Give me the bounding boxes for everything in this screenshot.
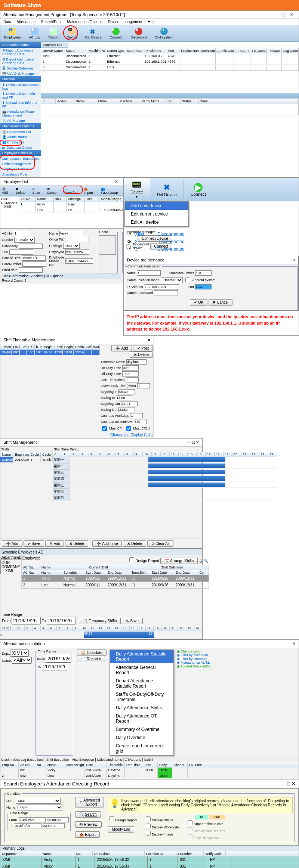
rpt-cur[interactable]: Create report for current grid	[110, 742, 173, 755]
stt-add[interactable]: ➕Add	[111, 345, 132, 351]
android-check[interactable]	[185, 278, 190, 282]
design-check[interactable]	[129, 557, 134, 562]
emp-grid-body[interactable]: 1VickyUser2LinaFe...1-8023594450	[19, 202, 125, 213]
side-photo[interactable]: 📷 Attendance Photo Management	[0, 109, 41, 118]
dev-ip-input[interactable]	[144, 284, 179, 289]
emp-tabs[interactable]: Basic Information | Addition | AC Option…	[2, 273, 121, 279]
dev-cancel-btn[interactable]: ✖ Cancel	[209, 299, 232, 306]
menu-edit-all[interactable]: Edit All device	[125, 218, 188, 226]
sm-clear[interactable]: ⊘ Clear All	[147, 540, 173, 547]
emplist-del[interactable]: ✖ Delete	[16, 187, 28, 195]
side-group-machine[interactable]: Machine	[0, 76, 41, 82]
srch-name[interactable]: <All>	[18, 805, 62, 810]
side-admin[interactable]: 👤 Administrator	[0, 134, 41, 140]
f-nat[interactable]	[19, 244, 43, 249]
adv-export-btn[interactable]: ⇪ Advanced Export	[75, 797, 104, 807]
lower-grid[interactable]: IdAc-NoNamesTimeMachineVerify ModeIDStat…	[41, 98, 299, 115]
rpt-shifts[interactable]: Daily Attendance Shifts	[110, 704, 173, 712]
device-dropdown[interactable]: Add new device Edit current device Edit …	[124, 201, 189, 227]
srch-dep[interactable]: XIMI	[16, 798, 61, 804]
f-dob[interactable]	[22, 255, 46, 261]
menu-device[interactable]: Device management	[108, 20, 142, 24]
rpt-daily[interactable]: Daily Attendance Statistic Report	[110, 650, 173, 663]
tool-report[interactable]: 📄Report	[46, 27, 61, 40]
stt-off[interactable]	[122, 371, 139, 376]
close-button[interactable]: ✕	[292, 258, 295, 263]
minimize-button[interactable]: —	[187, 440, 191, 444]
menu-edit-current[interactable]: Edit current device	[125, 210, 188, 218]
rpt-sum[interactable]: Summary of Overtime	[110, 725, 173, 734]
side-uluser[interactable]: ⬆ Upload user info and FP	[0, 100, 41, 109]
stt-bin[interactable]	[118, 389, 135, 394]
f-emp[interactable]	[65, 249, 89, 255]
sm-row[interactable]: Normal2016/9/261Week	[0, 457, 53, 463]
arrange-btn[interactable]: 📅 Arrange Shifts	[160, 558, 198, 564]
menu-data[interactable]: Data	[3, 20, 11, 24]
report-menu[interactable]: Daily Attendance Statistic Report Attend…	[110, 650, 174, 756]
sched-body[interactable]: 1VickyNormal2000/1/12999/12/31☐2016/9/26…	[22, 575, 209, 589]
sm-add[interactable]: ➕ Add	[2, 540, 22, 547]
f-tit[interactable]	[9, 249, 33, 255]
tool-connect[interactable]: ▶Connect	[108, 27, 125, 40]
export-btn[interactable]: 📤 Export	[75, 831, 100, 838]
minimize-button[interactable]: —	[271, 12, 278, 18]
side-dluser[interactable]: ⬇ Download user info and FP	[0, 91, 41, 100]
device-btn-big[interactable]: 📟Device▾	[124, 178, 150, 201]
deldevice-btn-big[interactable]: ✖Del Device	[150, 180, 184, 199]
side-dllogs[interactable]: ⬇ Download attendance logs	[0, 82, 41, 91]
sched-from[interactable]	[12, 617, 41, 624]
f-acno[interactable]	[14, 231, 30, 236]
sm-del[interactable]: ✖ Delete	[65, 540, 88, 547]
srch-from-d[interactable]	[18, 817, 46, 822]
tool-exit[interactable]: ⏻Exit system	[153, 27, 175, 40]
srch-from-t[interactable]	[47, 817, 69, 822]
calc-links[interactable]: ◉ Change color ◉ Filter by exception ◉ F…	[177, 650, 212, 756]
emplist-cancel[interactable]: ✖ Cancel	[47, 187, 61, 195]
di-chk[interactable]	[146, 831, 151, 836]
tool-disconnect[interactable]: ⏹Disconnect	[128, 27, 150, 40]
stt-color[interactable]: Change the Display Color	[110, 433, 153, 437]
calc-to[interactable]	[42, 663, 67, 670]
ds-chk[interactable]	[146, 816, 151, 821]
sched-to[interactable]	[47, 617, 76, 624]
rpt-staff[interactable]: Staff's On-Duty/Off-Duty Timetable	[110, 690, 173, 704]
side-acmng[interactable]: 🔧 AC Manage	[0, 118, 41, 123]
dev-name-input[interactable]	[137, 270, 161, 276]
side-import[interactable]: ⚙ Import Attendance Checking Data	[0, 48, 41, 57]
emplist-add[interactable]: ➕ Add	[2, 187, 12, 195]
close-button[interactable]: ✕	[196, 440, 199, 444]
calc-dep[interactable]: XIMI	[10, 650, 29, 657]
stt-on[interactable]	[122, 365, 139, 371]
f-otel[interactable]	[65, 237, 89, 242]
maximize-button[interactable]: □	[287, 781, 290, 787]
dev-mode-select[interactable]: Ethernet	[161, 277, 183, 283]
menu-help[interactable]: Help	[148, 20, 155, 24]
f-name[interactable]	[59, 231, 83, 236]
ssc-chk[interactable]	[188, 820, 192, 825]
stt-tn[interactable]	[126, 359, 147, 365]
menu-maint[interactable]: Maintenance/Options	[67, 20, 103, 24]
tool-employees[interactable]: 👥Employees	[2, 27, 23, 40]
sm-save[interactable]: ✔ Save	[24, 540, 44, 547]
side-db[interactable]: 🗃 Database Option	[0, 145, 41, 150]
close-button[interactable]: ✕	[292, 641, 296, 646]
stt-late[interactable]	[126, 377, 139, 382]
pl-body[interactable]: XIMIVicky12016/9/26 17:56:321001FPXIMIVi…	[0, 856, 299, 868]
modlog-btn[interactable]: Modify Log	[108, 826, 134, 833]
f-card[interactable]	[22, 261, 46, 267]
design-chk[interactable]	[109, 816, 114, 821]
stt-ein[interactable]	[116, 395, 132, 400]
side-backup[interactable]: 🗄 Backup Database	[0, 66, 41, 71]
menu-bar[interactable]: Data Attendance Search/Print Maintenance…	[0, 19, 299, 25]
f-gender[interactable]: Female	[14, 237, 35, 243]
menu-add-device[interactable]: Add new device	[125, 202, 188, 210]
stt-eout[interactable]	[118, 407, 135, 412]
dev-machno-input[interactable]	[195, 270, 212, 276]
emplist-fg[interactable]: 👥 FaceGroup	[101, 187, 121, 195]
calc-rpt-btn[interactable]: 📄 Report ▾	[77, 656, 105, 662]
side-group-data[interactable]: Data Maintenance	[0, 42, 41, 48]
side-export[interactable]: ⚙ Export Attendance Checking Data	[0, 57, 41, 66]
close-button[interactable]: ✕	[292, 781, 296, 787]
f-priv[interactable]: User	[63, 243, 80, 249]
srch-to-t[interactable]	[43, 823, 65, 828]
